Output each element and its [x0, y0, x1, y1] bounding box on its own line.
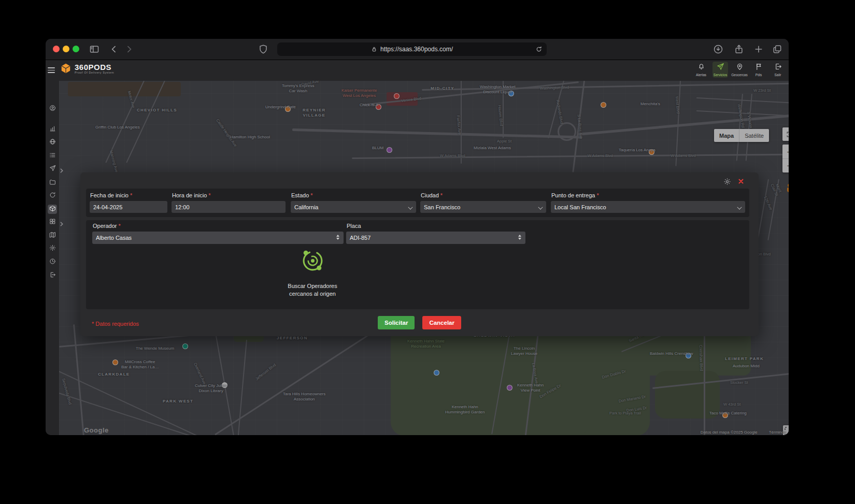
map-canvas[interactable]: MID-CITYCHEVIOT HILLSREYNIER VILLAGECARL…	[59, 81, 789, 435]
map-label: Park to Playa Trail	[609, 411, 641, 415]
sidebar-item-grid[interactable]	[48, 218, 57, 227]
browser-window: https://saas.360pods.com/ 360PODSProof O…	[46, 39, 789, 435]
map-label: W 23rd St	[753, 88, 771, 93]
sidebar-toggle-icon[interactable]	[89, 44, 99, 54]
zoom-window-button[interactable]	[73, 46, 79, 52]
ciudad-select[interactable]: San Francisco	[420, 201, 546, 213]
sidebar-item-logout[interactable]	[48, 271, 57, 280]
close-window-button[interactable]	[53, 46, 60, 52]
punto-entrega-select[interactable]: Local San Francisco	[551, 201, 745, 213]
flag-icon	[755, 63, 763, 73]
sidebar-item-send[interactable]	[48, 164, 57, 174]
map-label: Griffin Club Los Angeles	[95, 125, 140, 130]
map-label: Hamilton High School	[230, 135, 270, 140]
zoom-out-button[interactable]: −	[782, 159, 789, 173]
chevron-down-icon	[408, 205, 412, 209]
operador-select[interactable]: Alberto Casas	[92, 232, 344, 244]
map-label: Culver City Julian Dixon Library	[195, 383, 227, 394]
modal-close-icon[interactable]	[737, 178, 745, 185]
desktop: { "colors":{"accent_green":"#43a047","ac…	[0, 0, 855, 504]
map-label: W Adams Blvd	[588, 153, 613, 158]
sidebar-item-sync[interactable]	[48, 191, 57, 200]
map-road	[758, 179, 769, 240]
radar-icon	[301, 266, 325, 275]
address-bar[interactable]: https://saas.360pods.com/	[277, 42, 547, 56]
map-label: The Wende Museum	[136, 346, 174, 351]
map-label: Undergrind Café	[265, 105, 296, 110]
freeway-interchange	[558, 122, 576, 141]
sidebar-item-folder[interactable]	[48, 178, 57, 188]
cancelar-button[interactable]: Cancelar	[422, 316, 461, 329]
zoom-in-button[interactable]: +	[782, 145, 789, 159]
sidebar-item-map[interactable]	[48, 231, 57, 240]
map-poi-marker[interactable]	[434, 370, 439, 376]
map-road	[238, 340, 247, 435]
modal-settings-icon[interactable]	[723, 178, 731, 185]
tab-overview-icon[interactable]	[772, 44, 782, 54]
solicitar-button[interactable]: Solicitar	[378, 316, 415, 329]
exit-icon	[774, 63, 782, 73]
map-type-mapa-button[interactable]: Mapa	[714, 129, 739, 142]
map-label: Taco Mell's Catering	[709, 411, 747, 416]
share-icon[interactable]	[734, 44, 744, 54]
back-icon[interactable]	[109, 44, 119, 54]
map-road	[352, 154, 789, 159]
map-label: Apple St	[497, 139, 511, 143]
map-label: Jefferson Blvd	[254, 363, 277, 382]
map-label: Mont Clair St	[769, 180, 785, 198]
reload-icon[interactable]	[535, 46, 543, 53]
map-label: Redondo Blvd	[555, 99, 564, 124]
account-icon	[49, 104, 56, 113]
map-type-control: Mapa Satélite	[714, 129, 769, 142]
sidebar-item-settings[interactable]	[48, 244, 57, 253]
placa-select[interactable]: ADI-857	[346, 232, 525, 244]
map-label: Manning Ave	[108, 150, 119, 172]
app-header: 360PODSProof Of Delivery System AlertasS…	[46, 60, 789, 81]
sidebar-item-account[interactable]	[48, 104, 57, 113]
sync-icon	[49, 191, 56, 200]
sidebar-item-list[interactable]	[48, 151, 57, 161]
nav-salir[interactable]: Salir	[770, 62, 786, 78]
menu-toggle-icon[interactable]	[48, 67, 55, 73]
map-type-satelite-button[interactable]: Satélite	[739, 129, 769, 142]
sidebar-item-history[interactable]	[48, 257, 57, 267]
form-row-1: Fecha de inicio* 24-04-2025 Hora de inic…	[86, 189, 749, 217]
fecha-inicio-input[interactable]: 24-04-2025	[90, 201, 167, 213]
nav-geocercas[interactable]: Geocercas	[732, 62, 747, 78]
nav-servicios[interactable]: Servicios	[712, 62, 728, 78]
map-road	[213, 324, 234, 435]
map-poi-marker[interactable]	[394, 93, 400, 99]
google-watermark: Google	[84, 426, 109, 434]
search-operators-helper: Buscar Operadorescercanos al origen	[268, 249, 357, 298]
nav-label: Alertas	[696, 73, 706, 77]
map-road	[292, 128, 582, 139]
map-poi-marker[interactable]	[182, 343, 188, 349]
map-poi-marker[interactable]	[112, 359, 118, 365]
logo-cube-icon	[60, 63, 72, 74]
minimize-window-button[interactable]	[63, 46, 69, 52]
sidebar-item-globe[interactable]	[48, 138, 57, 147]
estado-select[interactable]: California	[291, 201, 416, 213]
sidebar-item-stats[interactable]	[48, 125, 57, 134]
map-poi-marker[interactable]	[387, 147, 392, 153]
shield-icon[interactable]	[258, 44, 268, 54]
nav-label: Pdis	[756, 73, 762, 77]
map-label: Kenneth Hahn State Recreation Area	[407, 339, 445, 349]
pegman-icon[interactable]	[785, 184, 789, 193]
terms-link[interactable]: Términos	[769, 430, 786, 435]
map-label: Crenshaw Blvd	[698, 345, 704, 371]
hora-inicio-input[interactable]: 12:00	[172, 201, 286, 213]
sidebar	[46, 81, 59, 435]
nav-pdis[interactable]: Pdis	[751, 62, 766, 78]
new-tab-icon[interactable]	[753, 44, 764, 54]
package-icon	[49, 205, 56, 214]
map-label: Audubon Midd	[733, 364, 760, 369]
downloads-icon[interactable]	[713, 44, 723, 54]
fullscreen-button[interactable]	[782, 127, 789, 141]
map-poi-marker[interactable]	[507, 385, 512, 391]
nav-alertas[interactable]: Alertas	[693, 62, 709, 78]
forward-icon[interactable]	[124, 44, 134, 54]
sidebar-item-package[interactable]	[48, 205, 57, 214]
field-label: Ciudad*	[421, 192, 546, 198]
map-poi-marker[interactable]	[601, 102, 606, 108]
